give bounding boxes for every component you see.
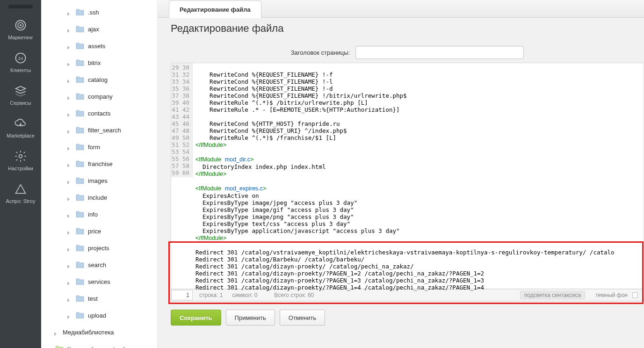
tree-item-label: ajax — [88, 26, 99, 33]
folder-icon — [76, 59, 84, 66]
cancel-button[interactable]: Отменить — [280, 310, 325, 326]
sidebar-top-handle — [8, 5, 33, 8]
tree-folder-contacts[interactable]: contacts — [41, 105, 157, 122]
sidebar-item-1[interactable]: 24Клиенты — [0, 47, 41, 80]
syntax-highlight-toggle[interactable]: подсветка синтаксиса — [520, 291, 586, 299]
tree-folder-franchise[interactable]: franchise — [41, 155, 157, 172]
tree-folder-form[interactable]: form — [41, 138, 157, 155]
tree-folder-.ssh[interactable]: .ssh — [41, 4, 157, 21]
sidebar-item-3[interactable]: Marketplace — [0, 112, 41, 145]
sidebar-item-label: Настройки — [8, 166, 33, 171]
folder-icon — [76, 26, 84, 32]
folder-icon — [55, 346, 64, 348]
tree-folder-company[interactable]: company — [41, 88, 157, 105]
tree-folder-info[interactable]: info — [41, 206, 157, 223]
folder-icon — [76, 110, 84, 116]
folder-icon — [76, 245, 84, 251]
tree-folder-assets[interactable]: assets — [41, 37, 157, 54]
tree-folder-filter_search[interactable]: filter_search — [41, 122, 157, 138]
svg-point-2 — [20, 25, 21, 26]
sidebar-item-5[interactable]: Аспро: Stroy — [0, 178, 41, 210]
tree-folder-test[interactable]: test — [41, 290, 157, 307]
dark-theme-toggle[interactable]: темный фон — [595, 292, 628, 298]
chevron-right-icon — [66, 145, 70, 149]
sidebar-item-0[interactable]: Маркетинг — [0, 14, 41, 47]
tree-folder-services[interactable]: services — [41, 273, 157, 290]
sidebar-item-label: Клиенты — [10, 67, 31, 73]
tree-folder-upload[interactable]: upload — [41, 307, 157, 324]
chevron-right-icon — [66, 61, 70, 65]
tree-item-label: upload — [88, 312, 106, 319]
tree-folder-search[interactable]: search — [41, 256, 157, 273]
chevron-right-icon — [66, 179, 70, 182]
folder-icon — [76, 211, 84, 218]
chevron-right-icon — [66, 313, 70, 317]
tree-item-label: services — [88, 278, 110, 285]
svg-point-5 — [19, 155, 22, 158]
folder-icon — [76, 9, 84, 15]
tree-item-label: images — [88, 177, 108, 184]
chevron-right-icon — [66, 297, 70, 300]
tree-media[interactable]: Медиабиблиотека — [41, 324, 157, 341]
page-title: Редактирование файла — [158, 18, 644, 41]
apply-button[interactable]: Применить — [226, 310, 275, 326]
chevron-right-icon — [66, 246, 70, 250]
code-editor[interactable]: 29 30 31 32 33 34 35 36 37 38 39 40 41 4… — [171, 63, 644, 289]
cloud-down-icon — [14, 117, 28, 130]
tree-item-label: price — [88, 228, 101, 235]
tree-item-label: company — [88, 93, 113, 100]
sidebar-item-2[interactable]: Сервисы — [0, 80, 41, 112]
tree-item-label: info — [88, 211, 98, 218]
tree-folder-projects[interactable]: projects — [41, 239, 157, 256]
page-header-input[interactable] — [355, 46, 524, 59]
tree-folder-bitrix[interactable]: bitrix — [41, 54, 157, 71]
chevron-right-icon — [66, 111, 70, 115]
code-gutter: 29 30 31 32 33 34 35 36 37 38 39 40 41 4… — [171, 63, 193, 177]
tree-item-label: bitrix — [88, 59, 101, 66]
folder-icon — [76, 43, 84, 49]
tree-folder-include[interactable]: include — [41, 189, 157, 206]
tree-catalog-root[interactable]: Каталог (aspro stroy) — [41, 341, 157, 348]
folder-icon — [76, 144, 84, 150]
clock24-icon: 24 — [14, 51, 28, 65]
status-col: символ: 0 — [232, 292, 257, 298]
chevron-right-icon — [66, 263, 70, 267]
sidebar-item-label: Marketplace — [7, 133, 35, 138]
dark-theme-checkbox[interactable] — [632, 292, 638, 298]
tree-item-label: include — [88, 194, 107, 201]
tree-folder-catalog[interactable]: catalog — [41, 71, 157, 88]
folder-icon — [76, 93, 84, 100]
chevron-right-icon — [66, 212, 70, 216]
chevron-right-icon — [66, 280, 70, 283]
tree-folder-ajax[interactable]: ajax — [41, 21, 157, 37]
tree-folder-price[interactable]: price — [41, 223, 157, 239]
chevron-right-icon — [66, 94, 70, 98]
line-number-input[interactable]: 1 — [171, 290, 193, 300]
code-content[interactable]: RewriteCond %{REQUEST_FILENAME} !-f Rewr… — [193, 63, 644, 292]
sidebar-item-4[interactable]: Настройки — [0, 145, 41, 178]
main-sidebar: Маркетинг24КлиентыСервисыMarketplaceНаст… — [0, 0, 41, 348]
tree-item-label: test — [88, 295, 98, 302]
chevron-right-icon — [66, 128, 70, 132]
sidebar-item-label: Аспро: Stroy — [6, 198, 36, 204]
status-line: строка: 1 — [199, 292, 223, 298]
folder-icon — [76, 177, 84, 184]
folder-icon — [76, 76, 84, 83]
sidebar-item-label: Сервисы — [10, 100, 31, 106]
chevron-right-icon — [66, 229, 70, 233]
status-total: Всего строк: 60 — [274, 292, 314, 298]
tree-folder-images[interactable]: images — [41, 172, 157, 189]
gear-icon — [14, 150, 28, 163]
page-header-label: Заголовок страницы: — [291, 49, 350, 56]
action-buttons: Сохранить Применить Отменить — [158, 301, 644, 326]
tab-edit-file[interactable]: Редактирование файла — [169, 0, 261, 18]
folder-icon — [76, 312, 84, 319]
folder-icon — [76, 160, 84, 167]
save-button[interactable]: Сохранить — [171, 310, 221, 326]
tree-item-label: search — [88, 261, 106, 268]
folder-icon — [76, 127, 84, 133]
chevron-right-icon — [66, 27, 70, 31]
chevron-right-icon — [53, 330, 57, 334]
tree-item-label: .ssh — [88, 9, 99, 16]
tree-item-label: Медиабиблиотека — [63, 329, 114, 336]
